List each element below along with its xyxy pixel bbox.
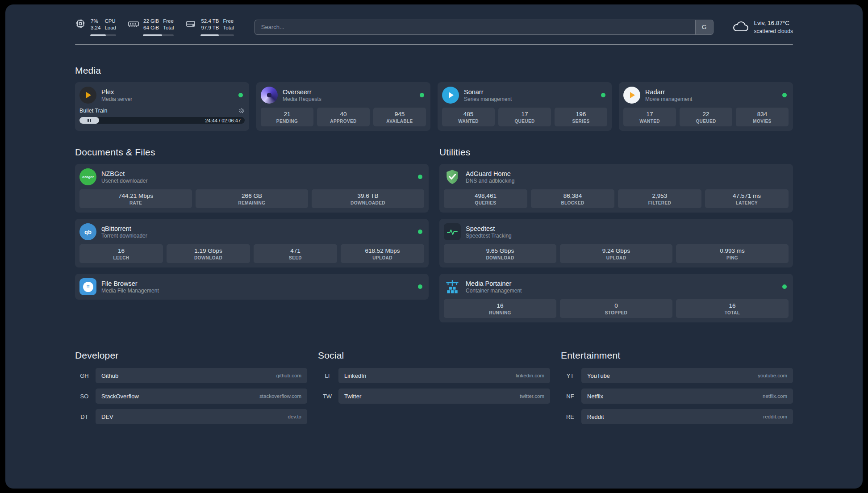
memory-icon xyxy=(128,18,139,29)
disk-progress-bar xyxy=(200,34,234,36)
bookmark-group-developer: Developer GH Github github.com SO StackO… xyxy=(75,350,307,424)
stat-tile: 17 WANTED xyxy=(623,108,676,126)
search-bar: G xyxy=(255,20,714,35)
service-card-overseerr[interactable]: Overseerr Media Requests 21 PENDING 40 A… xyxy=(256,82,430,131)
cpu-label: CPU xyxy=(104,18,116,25)
service-name: Radarr xyxy=(645,88,692,96)
bookmark-stackoverflow[interactable]: SO StackOverflow stackoverflow.com xyxy=(75,389,307,404)
bookmark-group-social: Social LI LinkedIn linkedin.com TW Twitt… xyxy=(318,350,550,424)
service-description: Media server xyxy=(101,96,132,103)
bookmark-group-title: Social xyxy=(318,350,550,361)
service-card-portainer[interactable]: Media Portainer Container management 16 … xyxy=(439,274,793,322)
bookmark-name: Reddit xyxy=(587,414,604,420)
stat-tile: 16 TOTAL xyxy=(676,299,789,318)
bookmark-github[interactable]: GH Github github.com xyxy=(75,368,307,383)
service-card-sonarr[interactable]: Sonarr Series management 485 WANTED 17 Q… xyxy=(438,82,612,131)
memory-free-label: Free xyxy=(163,18,174,25)
bookmark-name: DEV xyxy=(101,414,113,420)
weather-condition: scattered clouds xyxy=(754,28,793,35)
bookmark-netflix[interactable]: NF Netflix netflix.com xyxy=(561,389,793,404)
service-description: Media File Management xyxy=(101,288,159,294)
stat-tile: 266 GB REMAINING xyxy=(196,189,308,208)
cpu-icon xyxy=(75,18,87,29)
service-card-qbittorrent[interactable]: qb qBittorrent Torrent downloader 16 LEE… xyxy=(75,219,429,267)
stat-tile: 2,953 FILTERED xyxy=(618,189,701,208)
bookmark-twitter[interactable]: TW Twitter twitter.com xyxy=(318,389,550,404)
status-dot xyxy=(601,93,605,97)
disk-free: 52.4 TB xyxy=(201,18,219,25)
stat-tile: 498,461 QUERIES xyxy=(444,189,527,208)
stat-tile: 618.52 Mbps UPLOAD xyxy=(341,244,424,263)
pause-button[interactable] xyxy=(79,117,99,124)
status-dot xyxy=(418,230,422,234)
overseerr-icon xyxy=(261,87,278,104)
bookmark-youtube[interactable]: YT YouTube youtube.com xyxy=(561,368,793,383)
service-name: Plex xyxy=(101,88,132,96)
bookmark-abbr: SO xyxy=(75,389,94,404)
bookmark-abbr: DT xyxy=(75,409,94,424)
stat-tile: 40 APPROVED xyxy=(317,108,370,126)
cpu-load: 3.24 xyxy=(91,25,100,31)
bookmark-reddit[interactable]: RE Reddit reddit.com xyxy=(561,409,793,424)
service-stats: 16 LEECH 1.19 Gbps DOWNLOAD 471 SEED 618… xyxy=(79,244,424,263)
gear-icon[interactable] xyxy=(238,108,245,114)
service-card-nzbget[interactable]: nzbget NZBGet Usenet downloader 744.21 M… xyxy=(75,164,429,213)
bookmark-abbr: GH xyxy=(75,368,94,383)
service-card-speedtest[interactable]: Speedtest Speedtest Tracking 9.65 Gbps D… xyxy=(439,219,793,267)
stat-tile: 744.21 Mbps RATE xyxy=(79,189,192,208)
weather-widget: Lviv, 16.87°C scattered clouds xyxy=(732,19,793,34)
system-metrics: 7% 3.24 CPU Load xyxy=(75,18,234,36)
bookmark-abbr: RE xyxy=(561,409,580,424)
service-card-adguard[interactable]: AdGuard Home DNS and adblocking 498,461 … xyxy=(439,164,793,213)
stat-tile: 47.571 ms LATENCY xyxy=(705,189,789,208)
service-card-plex[interactable]: Plex Media server Bullet Train xyxy=(75,82,249,131)
bookmark-dev[interactable]: DT DEV dev.to xyxy=(75,409,307,424)
service-description: Speedtest Tracking xyxy=(466,233,512,239)
status-dot xyxy=(238,93,243,97)
service-name: Sonarr xyxy=(464,88,512,96)
status-dot xyxy=(782,93,787,97)
bookmark-url: netflix.com xyxy=(763,393,787,399)
top-bar: 7% 3.24 CPU Load xyxy=(75,18,793,36)
screenshot-frame: 7% 3.24 CPU Load xyxy=(0,0,868,493)
metric-disk: 52.4 TB 97.9 TB Free Total xyxy=(185,18,234,36)
service-description: Media Requests xyxy=(283,96,321,103)
filebrowser-icon: ≡ xyxy=(79,278,96,295)
service-description: Torrent downloader xyxy=(101,233,147,239)
load-label: Load xyxy=(104,25,116,31)
service-name: NZBGet xyxy=(101,170,147,178)
bookmark-name: Github xyxy=(101,372,118,379)
search-input[interactable] xyxy=(255,20,714,35)
cloud-icon xyxy=(732,20,749,34)
bookmark-url: youtube.com xyxy=(758,373,787,378)
disk-total: 97.9 TB xyxy=(201,25,219,31)
stat-tile: 86,384 BLOCKED xyxy=(531,189,614,208)
metric-cpu: 7% 3.24 CPU Load xyxy=(75,18,116,36)
status-dot xyxy=(420,93,424,97)
bookmark-abbr: LI xyxy=(318,368,337,383)
metric-memory: 22 GiB 64 GiB Free Total xyxy=(128,18,174,36)
bookmark-abbr: TW xyxy=(318,389,337,404)
memory-progress-bar xyxy=(143,34,174,36)
playback-progress-bar[interactable]: 24:44 / 02:06:47 xyxy=(79,117,245,124)
stat-tile: 17 QUEUED xyxy=(498,108,551,126)
service-stats: 16 RUNNING 0 STOPPED 16 TOTAL xyxy=(444,299,789,318)
bookmark-group-entertainment: Entertainment YT YouTube youtube.com NF … xyxy=(561,350,793,424)
disk-icon xyxy=(185,18,197,29)
memory-total: 64 GiB xyxy=(143,25,159,31)
search-provider-button[interactable]: G xyxy=(695,20,713,34)
bookmark-group-title: Entertainment xyxy=(561,350,793,361)
dashboard-app: 7% 3.24 CPU Load xyxy=(5,4,863,489)
stat-tile: 485 WANTED xyxy=(442,108,495,126)
stat-tile: 0 STOPPED xyxy=(560,299,672,318)
bookmark-url: twitter.com xyxy=(520,393,544,399)
section-utilities: Utilities xyxy=(439,147,793,322)
bookmark-name: Netflix xyxy=(587,393,603,400)
service-name: AdGuard Home xyxy=(466,170,514,178)
bookmark-linkedin[interactable]: LI LinkedIn linkedin.com xyxy=(318,368,550,383)
service-card-filebrowser[interactable]: ≡ File Browser Media File Management xyxy=(75,274,429,300)
service-card-radarr[interactable]: Radarr Movie management 17 WANTED 22 QUE… xyxy=(619,82,793,131)
bookmark-name: StackOverflow xyxy=(101,393,139,400)
bookmark-group-title: Developer xyxy=(75,350,307,361)
bookmark-name: LinkedIn xyxy=(344,372,366,379)
